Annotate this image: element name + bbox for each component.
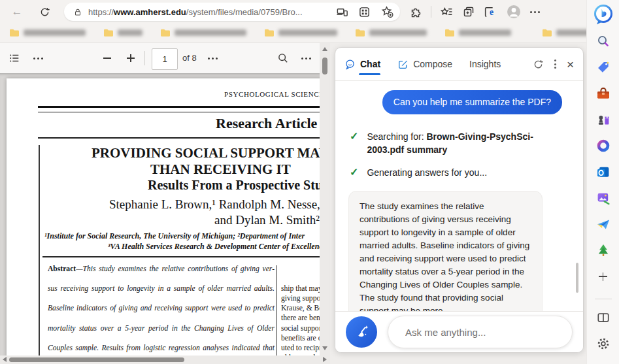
zoom-out-button[interactable]: [99, 50, 115, 66]
settings-more-button[interactable]: [530, 11, 540, 13]
scroll-left-arrow[interactable]: [3, 357, 7, 362]
abstract-line: Couples sample. Results from logistic re…: [48, 343, 275, 356]
abstract-label: Abstract: [48, 265, 76, 273]
folder-icon: [9, 28, 20, 37]
horizontal-scroll-thumb[interactable]: [9, 357, 184, 362]
pdf-more-mid-button[interactable]: [205, 50, 220, 66]
collections-icon[interactable]: [462, 5, 475, 18]
bookmark-item[interactable]: [444, 28, 511, 37]
sidebar-image-creator-button[interactable]: [590, 185, 616, 211]
url-text[interactable]: https://www.amherst.edu/system/files/med…: [88, 7, 303, 17]
bookmark-item[interactable]: [160, 28, 246, 37]
user-message-bubble: Can you help me summarize the PDF?: [382, 90, 562, 114]
bookmarks-bar: [0, 24, 586, 42]
url-path: /system/files/media/0759/Bro...: [186, 7, 303, 17]
scroll-right-arrow[interactable]: [323, 357, 327, 362]
copilot-header: Chat Compose Insights ×: [335, 48, 583, 81]
tab-chat[interactable]: Chat: [344, 48, 380, 80]
panel-more-button[interactable]: [554, 59, 556, 69]
bookmark-label-redacted: [459, 29, 511, 36]
folder-icon: [160, 28, 171, 37]
lock-icon[interactable]: [73, 7, 82, 17]
microsoft-365-icon: [595, 138, 611, 154]
pdf-vertical-scrollbar[interactable]: [320, 43, 330, 356]
authors-line1: Stephanie L. Brown,¹ Randolph M. Nesse,¹: [109, 197, 324, 212]
rule: [38, 137, 330, 139]
refresh-chat-icon[interactable]: [533, 59, 544, 70]
profile-avatar[interactable]: [506, 4, 522, 20]
folder-icon: [542, 28, 552, 37]
pdf-contents-button[interactable]: [7, 50, 22, 66]
zoom-in-button[interactable]: [123, 50, 139, 66]
folder-icon: [355, 28, 365, 37]
add-to-sidebar-button[interactable]: [590, 263, 616, 290]
rule: [42, 256, 330, 257]
sidebar-settings-button[interactable]: [590, 331, 616, 357]
paper-plane-icon: [595, 216, 611, 232]
status-row-generating: ✓ Generating answers for you...: [350, 166, 567, 179]
sidebar-tools-button[interactable]: [590, 80, 616, 107]
article-title-line2: THAN RECEIVING IT: [150, 161, 291, 178]
pdf-horizontal-scrollbar[interactable]: [0, 356, 330, 364]
bookmark-item[interactable]: [9, 28, 86, 37]
edge-e-icon[interactable]: e: [484, 5, 497, 19]
copilot-panel: Chat Compose Insights ×: [335, 47, 584, 353]
favorites-icon[interactable]: [440, 5, 454, 19]
sidebar-outlook-button[interactable]: [590, 159, 616, 185]
generating-label: Generating answers for you...: [367, 166, 487, 179]
bing-copilot-button[interactable]: [590, 1, 616, 28]
pdf-viewport[interactable]: PSYCHOLOGICAL SCIENCE Research Article P…: [0, 73, 330, 356]
broom-icon: [353, 323, 370, 340]
bookmark-item[interactable]: [103, 28, 142, 37]
sidebar-games-button[interactable]: [590, 107, 616, 133]
sidebar-shopping-button[interactable]: [590, 54, 616, 80]
chat-scrollbar-thumb[interactable]: [576, 263, 578, 293]
page-number-input[interactable]: [152, 48, 178, 70]
vertical-scroll-thumb[interactable]: [322, 58, 327, 74]
compose-icon: [397, 59, 409, 70]
sidebar-microsoft365-button[interactable]: [590, 133, 616, 159]
svg-text:e: e: [490, 7, 494, 17]
shopping-tag-icon: [596, 60, 611, 74]
outlook-icon: [595, 164, 611, 180]
pdf-more-right-button[interactable]: [298, 50, 314, 66]
close-panel-button[interactable]: ×: [567, 58, 574, 71]
bookmark-item[interactable]: [355, 28, 427, 37]
extensions-icon[interactable]: [409, 5, 422, 18]
scroll-up-arrow[interactable]: [322, 47, 327, 51]
bookmark-label-redacted: [278, 29, 337, 36]
chat-message-area[interactable]: Can you help me summarize the PDF? ✓ Sea…: [335, 81, 583, 311]
pdf-more-left-button[interactable]: [30, 50, 46, 66]
bookmark-label-redacted: [24, 29, 86, 36]
split-screen-button[interactable]: [590, 305, 616, 331]
double-rule: [38, 106, 330, 112]
refresh-button[interactable]: [37, 4, 52, 20]
add-favorite-star-icon[interactable]: [380, 5, 393, 18]
send-to-devices-icon[interactable]: [336, 6, 348, 18]
back-button[interactable]: ←: [9, 4, 25, 20]
browser-window: ← https://www.amherst.edu/system/files/m…: [0, 0, 619, 364]
address-bar[interactable]: https://www.amherst.edu/system/files/med…: [64, 3, 400, 21]
chat-bubble-icon: [344, 59, 356, 70]
sidebar-tree-button[interactable]: [590, 237, 616, 263]
scroll-down-arrow[interactable]: [322, 346, 327, 350]
refresh-icon: [39, 7, 50, 18]
url-scheme: https://: [88, 7, 114, 17]
search-icon: [595, 33, 611, 49]
folder-icon: [103, 28, 114, 37]
bookmark-label-redacted: [369, 29, 427, 36]
status-row-searching: ✓ Searching for: Brown-Giving-PsychSci-2…: [350, 130, 567, 156]
bookmark-item[interactable]: [264, 28, 337, 37]
pdf-search-button[interactable]: [275, 50, 291, 66]
tab-compose[interactable]: Compose: [397, 48, 452, 80]
table-of-contents-icon: [8, 52, 20, 64]
affiliation-line1: ¹Institute for Social Research, The Univ…: [44, 231, 305, 241]
sidebar-drop-button[interactable]: [590, 211, 616, 237]
new-topic-button[interactable]: [346, 316, 377, 348]
column-divider: [276, 265, 277, 356]
url-domain: www.amherst.edu: [114, 7, 186, 17]
sidebar-search-button[interactable]: [590, 28, 616, 54]
ask-me-anything-input[interactable]: [388, 316, 573, 348]
apps-grid-icon[interactable]: [358, 6, 371, 18]
tab-insights[interactable]: Insights: [469, 48, 501, 80]
